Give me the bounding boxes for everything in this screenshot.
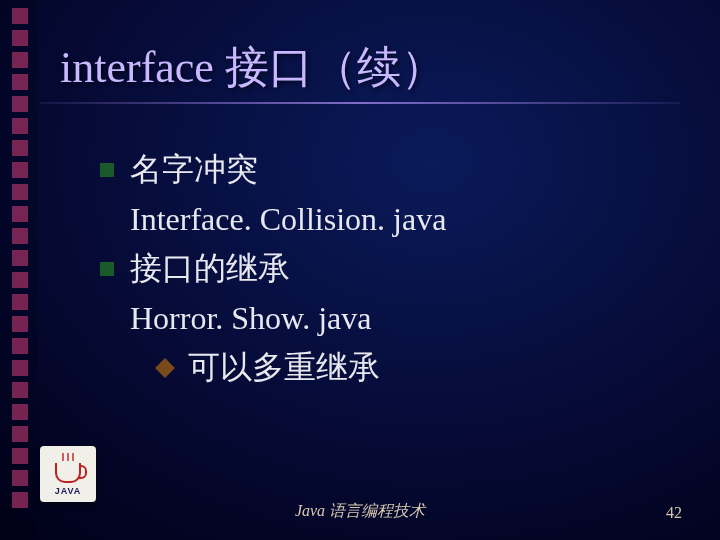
strip-square-icon — [12, 52, 28, 68]
strip-square-icon — [12, 272, 28, 288]
strip-square-icon — [12, 404, 28, 420]
page-number: 42 — [666, 504, 682, 522]
strip-square-icon — [12, 470, 28, 486]
strip-square-icon — [12, 118, 28, 134]
steam-icon — [60, 453, 76, 461]
diamond-bullet-icon — [155, 358, 175, 378]
strip-square-icon — [12, 228, 28, 244]
strip-square-icon — [12, 250, 28, 266]
title-underline — [40, 102, 680, 104]
strip-square-icon — [12, 294, 28, 310]
bullet-heading: 接口的继承 — [130, 244, 290, 294]
bullet-body: Interface. Collision. java — [130, 195, 446, 245]
coffee-cup-icon — [55, 463, 81, 483]
slide-content: 名字冲突 Interface. Collision. java 接口的继承 Ho… — [100, 145, 446, 393]
strip-square-icon — [12, 140, 28, 156]
strip-square-icon — [12, 448, 28, 464]
strip-square-icon — [12, 360, 28, 376]
strip-square-icon — [12, 96, 28, 112]
strip-square-icon — [12, 382, 28, 398]
java-logo: JAVA — [40, 446, 96, 502]
decorative-left-strip — [0, 0, 38, 540]
square-bullet-icon — [100, 262, 114, 276]
sub-bullet-item: 可以多重继承 — [158, 343, 446, 393]
strip-square-icon — [12, 30, 28, 46]
logo-text: JAVA — [55, 486, 82, 496]
strip-square-icon — [12, 206, 28, 222]
bullet-item: 接口的继承 — [100, 244, 446, 294]
strip-square-icon — [12, 8, 28, 24]
strip-square-icon — [12, 74, 28, 90]
slide-title: interface 接口（续） — [60, 38, 445, 97]
square-bullet-icon — [100, 163, 114, 177]
strip-square-icon — [12, 338, 28, 354]
bullet-heading: 名字冲突 — [130, 145, 258, 195]
strip-square-icon — [12, 184, 28, 200]
strip-square-icon — [12, 426, 28, 442]
sub-bullet-text: 可以多重继承 — [188, 343, 380, 393]
bullet-item: 名字冲突 — [100, 145, 446, 195]
bullet-body: Horror. Show. java — [130, 294, 446, 344]
footer-text: Java 语言编程技术 — [0, 501, 720, 522]
strip-square-icon — [12, 316, 28, 332]
strip-square-icon — [12, 162, 28, 178]
